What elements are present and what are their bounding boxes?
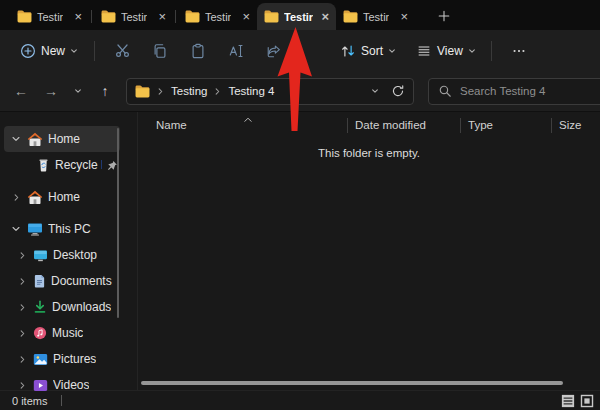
folder-icon: [17, 10, 32, 23]
sidebar-item-this-pc[interactable]: This PC: [4, 216, 120, 242]
back-arrow-icon: ←: [14, 83, 28, 99]
search-input[interactable]: [460, 85, 600, 97]
sidebar-item-videos[interactable]: Videos: [4, 372, 120, 398]
sidebar-item-desktop[interactable]: Desktop: [4, 242, 120, 268]
rename-icon: [228, 43, 245, 59]
column-header-date-modified[interactable]: Date modified: [349, 112, 459, 138]
horizontal-scrollbar[interactable]: [141, 381, 563, 385]
recent-locations-button[interactable]: [68, 76, 88, 106]
tab-label: Testir: [284, 11, 313, 23]
tab-active[interactable]: Testir×: [257, 3, 336, 30]
share-icon: [266, 43, 282, 59]
tab-separator: [91, 10, 92, 23]
up-button[interactable]: ↑: [92, 76, 118, 106]
sidebar-item-label: Home: [48, 190, 80, 204]
tab[interactable]: Testir×: [10, 3, 89, 30]
new-icon: [20, 43, 36, 59]
tab-close-icon[interactable]: ×: [400, 10, 408, 23]
sidebar-item-recycle-bin[interactable]: Recycle Bin: [4, 152, 120, 178]
tab[interactable]: Testir×: [94, 3, 173, 30]
home-icon: [27, 190, 43, 205]
column-divider[interactable]: [551, 118, 552, 133]
collapse-chevron-icon[interactable]: [10, 134, 22, 144]
address-bar[interactable]: Testing Testing 4: [126, 78, 414, 105]
expand-chevron-icon[interactable]: [16, 277, 28, 286]
new-button[interactable]: New: [12, 36, 86, 66]
address-dropdown-icon[interactable]: [371, 87, 379, 95]
view-button-label: View: [437, 44, 463, 58]
sidebar-scrollbar[interactable]: [117, 128, 119, 318]
paste-button[interactable]: [183, 36, 213, 66]
new-tab-button[interactable]: [431, 4, 457, 28]
breadcrumb-item[interactable]: Testing: [171, 85, 207, 97]
sidebar-item-label: This PC: [48, 222, 91, 236]
expand-chevron-icon[interactable]: [16, 381, 28, 390]
tab-separator: [175, 10, 176, 23]
collapse-chevron-icon[interactable]: [10, 224, 22, 234]
view-icon: [416, 43, 432, 59]
tab-label: Testir: [37, 11, 63, 23]
refresh-icon[interactable]: [391, 84, 405, 98]
sidebar-item-home[interactable]: Home: [4, 184, 120, 210]
command-toolbar: New Sort View: [0, 30, 600, 71]
details-view-button[interactable]: [559, 392, 577, 410]
expand-chevron-icon[interactable]: [16, 329, 28, 338]
sidebar-item-music[interactable]: Music: [4, 320, 120, 346]
sort-button[interactable]: Sort: [333, 36, 403, 66]
breadcrumb-item[interactable]: Testing 4: [228, 85, 274, 97]
column-header-name[interactable]: Name: [150, 112, 346, 138]
tab[interactable]: Testir×: [178, 3, 257, 30]
forward-button[interactable]: →: [38, 76, 64, 106]
expand-chevron-icon[interactable]: [16, 355, 28, 364]
plus-icon: [437, 9, 451, 23]
column-divider[interactable]: [460, 118, 461, 133]
back-button[interactable]: ←: [8, 76, 34, 106]
sidebar-item-label: Documents: [51, 274, 112, 288]
rename-button[interactable]: [221, 36, 251, 66]
sort-button-label: Sort: [361, 44, 383, 58]
address-row: ← → ↑ Testing Testing 4: [0, 71, 600, 112]
expand-chevron-icon[interactable]: [16, 303, 28, 312]
tab-close-icon[interactable]: ×: [242, 10, 250, 23]
expand-chevron-icon[interactable]: [16, 251, 28, 260]
breadcrumb-folder-icon: [135, 85, 150, 98]
thumbnail-view-button[interactable]: [578, 392, 596, 410]
search-box[interactable]: [428, 78, 600, 105]
share-button[interactable]: [259, 36, 289, 66]
navigation-pane: HomeRecycle BinHomeThis PCDesktopDocumen…: [0, 112, 138, 390]
sidebar-item-label: Desktop: [53, 248, 97, 262]
column-header-label: Date modified: [355, 119, 426, 131]
sidebar-item-documents[interactable]: Documents: [4, 268, 120, 294]
column-header-type[interactable]: Type: [462, 112, 550, 138]
more-icon: [511, 43, 527, 59]
see-more-button[interactable]: [504, 36, 534, 66]
expand-chevron-icon[interactable]: [10, 193, 22, 202]
file-explorer-window: Testir×Testir×Testir×Testir×Testir× New …: [0, 0, 600, 410]
tab-close-icon[interactable]: ×: [158, 10, 166, 23]
pictures-icon: [33, 353, 48, 366]
sidebar-item-label: Music: [52, 326, 83, 340]
tab-label: Testir: [205, 11, 231, 23]
sidebar-item-home[interactable]: Home: [4, 126, 120, 152]
recycle-bin-icon: [37, 158, 50, 172]
chevron-down-icon: [388, 47, 396, 55]
view-button[interactable]: View: [409, 36, 483, 66]
column-divider[interactable]: [347, 118, 348, 133]
tab[interactable]: Testir×: [336, 3, 415, 30]
details-view-icon: [561, 394, 575, 408]
sidebar-item-downloads[interactable]: Downloads: [4, 294, 120, 320]
documents-icon: [33, 274, 46, 288]
tab-close-icon[interactable]: ×: [321, 10, 329, 23]
sidebar-item-pictures[interactable]: Pictures: [4, 346, 120, 372]
sort-icon: [340, 43, 356, 59]
up-arrow-icon: ↑: [102, 83, 109, 99]
sidebar-item-label: Home: [48, 132, 80, 146]
tab-close-icon[interactable]: ×: [74, 10, 82, 23]
column-header-size[interactable]: Size: [553, 112, 597, 138]
search-icon: [438, 84, 452, 98]
file-list-area: NameDate modifiedTypeSize This folder is…: [138, 112, 600, 390]
sidebar-item-label: Videos: [53, 378, 89, 392]
cut-button[interactable]: [107, 36, 137, 66]
copy-button[interactable]: [145, 36, 175, 66]
chevron-down-icon: [468, 47, 476, 55]
